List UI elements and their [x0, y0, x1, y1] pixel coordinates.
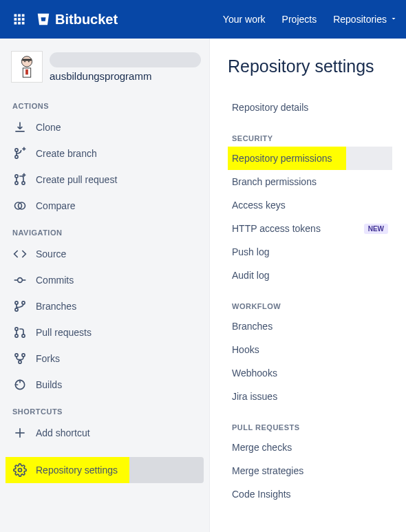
svg-rect-8	[22, 22, 25, 25]
settings-link-merge-checks[interactable]: Merge checks	[228, 436, 392, 459]
sidebar-item-label: Clone	[36, 122, 61, 133]
sidebar-item-label: Source	[36, 248, 66, 259]
sidebar: ausbildungsprogramm ACTIONS Clone Create…	[0, 39, 210, 532]
svg-point-36	[19, 469, 22, 472]
code-icon	[12, 246, 28, 262]
svg-point-17	[15, 175, 18, 178]
sidebar-item-pull-requests[interactable]: Pull requests	[6, 319, 204, 345]
settings-link-push-log[interactable]: Push log	[228, 240, 392, 264]
svg-point-12	[28, 61, 30, 62]
svg-point-18	[15, 182, 18, 184]
svg-point-32	[22, 354, 25, 357]
pr-plus-icon	[12, 172, 28, 187]
settings-section-security: SECURITY	[228, 119, 392, 147]
section-actions: ACTIONS	[6, 92, 204, 114]
svg-point-25	[15, 301, 18, 304]
sidebar-item-compare[interactable]: Compare	[6, 193, 204, 219]
settings-link-merge-strategies[interactable]: Merge strategies	[228, 459, 392, 482]
svg-point-29	[15, 334, 18, 337]
repo-name: ausbildungsprogramm	[50, 70, 201, 82]
settings-link-branch-permissions[interactable]: Branch permissions	[228, 170, 392, 193]
sidebar-item-clone[interactable]: Clone	[6, 114, 204, 140]
settings-link-audit-log[interactable]: Audit log	[228, 264, 392, 287]
svg-rect-2	[22, 14, 25, 17]
svg-rect-3	[14, 18, 17, 21]
sidebar-item-label: Compare	[36, 200, 76, 211]
sidebar-item-label: Builds	[36, 379, 62, 390]
nav-repositories-label: Repositories	[333, 14, 387, 25]
section-shortcuts: SHORTCUTS	[6, 398, 204, 420]
svg-rect-0	[14, 14, 17, 17]
sidebar-item-commits[interactable]: Commits	[6, 267, 204, 293]
sidebar-item-label: Repository settings	[36, 465, 118, 476]
nav-projects[interactable]: Projects	[282, 14, 317, 25]
page-title: Repository settings	[228, 56, 392, 76]
avatar[interactable]	[11, 51, 43, 83]
sidebar-item-forks[interactable]: Forks	[6, 345, 204, 372]
bitbucket-logo[interactable]: Bitbucket	[36, 12, 118, 28]
sidebar-item-source[interactable]: Source	[6, 241, 204, 267]
svg-point-26	[15, 308, 18, 311]
brand-text: Bitbucket	[55, 12, 118, 28]
svg-point-16	[15, 149, 18, 151]
repo-header: ausbildungsprogramm	[6, 47, 204, 92]
plus-icon	[12, 425, 28, 440]
svg-rect-14	[25, 70, 28, 75]
sidebar-item-label: Branches	[36, 301, 76, 312]
sidebar-item-label: Pull requests	[36, 327, 92, 338]
svg-point-28	[15, 328, 18, 330]
app-switcher-icon[interactable]	[8, 8, 30, 30]
settings-link-http-access-tokens[interactable]: HTTP access tokens NEW	[228, 217, 392, 240]
settings-link-workflow-branches[interactable]: Branches	[228, 315, 392, 338]
svg-point-22	[18, 278, 23, 283]
nav-your-work[interactable]: Your work	[223, 14, 266, 25]
builds-icon	[12, 377, 28, 392]
sidebar-item-label: Create pull request	[36, 174, 117, 185]
sidebar-item-label: Forks	[36, 353, 60, 364]
sidebar-item-label: Create branch	[36, 148, 97, 159]
chevron-down-icon	[389, 14, 398, 25]
svg-point-31	[15, 354, 18, 357]
svg-point-33	[19, 361, 21, 363]
svg-point-15	[15, 156, 18, 158]
commit-icon	[12, 273, 28, 288]
settings-link-webhooks[interactable]: Webhooks	[228, 361, 392, 385]
svg-rect-1	[18, 14, 21, 17]
svg-point-19	[22, 182, 25, 184]
gear-icon	[12, 462, 28, 478]
svg-point-9	[21, 56, 32, 67]
settings-section-pull-requests: PULL REQUESTS	[228, 408, 392, 436]
new-badge: NEW	[364, 224, 388, 234]
nav-repositories[interactable]: Repositories	[333, 14, 398, 25]
settings-link-jira-issues[interactable]: Jira issues	[228, 385, 392, 408]
settings-link-access-keys[interactable]: Access keys	[228, 193, 392, 217]
sidebar-item-label: Add shortcut	[36, 427, 90, 438]
settings-link-hooks[interactable]: Hooks	[228, 338, 392, 361]
settings-link-repository-permissions[interactable]: Repository permissions	[228, 147, 392, 170]
svg-rect-5	[22, 18, 25, 21]
section-navigation: NAVIGATION	[6, 219, 204, 241]
svg-point-11	[24, 61, 25, 62]
svg-point-30	[22, 334, 25, 337]
clone-icon	[12, 120, 28, 135]
sidebar-item-create-pr[interactable]: Create pull request	[6, 167, 204, 193]
sidebar-item-branches[interactable]: Branches	[6, 293, 204, 319]
branch-plus-icon	[12, 146, 28, 161]
svg-rect-6	[14, 22, 17, 25]
sidebar-item-create-branch[interactable]: Create branch	[6, 140, 204, 167]
top-header: Bitbucket Your work Projects Repositorie…	[0, 0, 406, 39]
svg-rect-4	[18, 18, 21, 21]
compare-icon	[12, 198, 28, 213]
sidebar-item-add-shortcut[interactable]: Add shortcut	[6, 420, 204, 446]
svg-rect-10	[22, 59, 31, 61]
sidebar-item-repository-settings[interactable]: Repository settings	[6, 457, 204, 483]
project-pill[interactable]	[50, 52, 201, 67]
settings-link-code-insights[interactable]: Code Insights	[228, 482, 392, 506]
svg-point-27	[22, 301, 25, 304]
settings-link-repository-details[interactable]: Repository details	[228, 96, 392, 119]
fork-icon	[12, 351, 28, 366]
sidebar-item-builds[interactable]: Builds	[6, 372, 204, 398]
branch-icon	[12, 299, 28, 314]
top-nav: Your work Projects Repositories	[223, 14, 398, 25]
svg-rect-7	[18, 22, 21, 25]
